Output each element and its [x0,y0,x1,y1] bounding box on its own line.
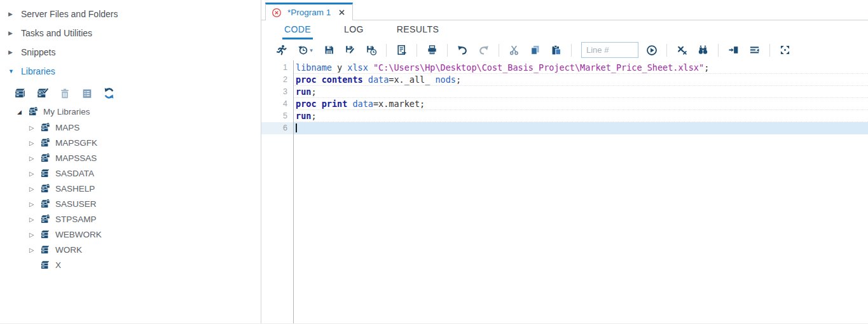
close-icon [338,8,346,17]
library-item-work[interactable]: ▷WORK [0,242,261,257]
save-history-button[interactable] [363,42,379,58]
save-as-button[interactable] [342,42,358,58]
libraries-toolbar [0,86,261,101]
maximize-view-button[interactable] [777,42,793,58]
tab-results[interactable]: RESULTS [395,20,441,39]
copy-button[interactable] [527,42,543,58]
code-line-2[interactable]: 2proc contents data=x._all_ nods; [261,74,868,86]
assign-library-icon [36,87,48,99]
library-locked-icon [40,122,51,133]
toolbar-separator [769,44,770,57]
library-name: SASUSER [55,199,97,209]
library-item-x[interactable]: X [0,257,261,272]
code-line-3[interactable]: 3run; [261,86,868,98]
expand-arrow-icon[interactable]: ▷ [29,155,36,162]
submission-history-button[interactable]: ▾ [294,42,316,58]
cut-button[interactable] [506,42,522,58]
redo-icon [478,45,489,55]
find-replace-button[interactable] [695,42,711,58]
library-locked-icon [40,153,51,164]
print-button[interactable] [424,42,440,58]
library-name: WORK [55,245,82,255]
text-cursor [296,123,297,132]
expand-arrow-icon[interactable]: ▷ [29,124,36,131]
close-circle-red-icon[interactable] [272,8,282,18]
sidebar-item-label: Tasks and Utilities [21,28,92,38]
line-number: 4 [261,98,293,110]
library-item-mapsgfk[interactable]: ▷MAPSGFK [0,135,261,150]
line-number-input[interactable] [581,42,638,58]
library-item-webwork[interactable]: ▷WEBWORK [0,227,261,242]
printer-icon [427,45,437,55]
library-item-mapssas[interactable]: ▷MAPSSAS [0,150,261,166]
libraries-tree: ◢ My Libraries ▷MAPS▷MAPSGFK▷MAPSSAS▷SAS… [0,104,261,272]
tab-code[interactable]: CODE [282,20,313,39]
code-line-1[interactable]: 1libname y xlsx "C:\Users\Hp\Desktop\Cos… [261,62,868,74]
new-library-button[interactable] [13,86,27,101]
library-properties-button[interactable] [79,86,94,101]
code-line-6[interactable]: 6 [261,122,868,134]
sas-studio-app: ▶ Server Files and Folders ▶ Tasks and U… [0,0,868,324]
tab-log[interactable]: LOG [342,20,366,39]
chevron-right-icon: ▶ [8,30,14,36]
run-icon [276,45,287,55]
undo-button[interactable] [455,42,471,58]
goto-line-button[interactable] [644,42,659,58]
save-button[interactable] [321,42,337,58]
clear-code-button[interactable] [674,42,690,58]
save-as-icon [345,45,355,55]
sidebar-item-snippets[interactable]: ▶ Snippets [0,43,261,62]
library-item-maps[interactable]: ▷MAPS [0,120,261,135]
line-number: 2 [261,74,293,86]
sidebar-item-label: Libraries [21,66,55,76]
program-tab[interactable]: *Program 1 [265,3,353,20]
run-button[interactable] [273,42,289,58]
expand-arrow-icon[interactable]: ▷ [29,170,36,177]
format-code-button[interactable] [747,42,762,58]
library-icon [40,260,51,271]
expand-arrow-icon[interactable]: ▷ [29,216,36,223]
expand-arrow-icon[interactable]: ▷ [29,185,36,192]
submit-code-button[interactable] [394,42,410,58]
library-name: X [55,260,61,270]
code-line-4[interactable]: 4proc print data=x.market; [261,98,868,110]
code-editor[interactable]: 1libname y xlsx "C:\Users\Hp\Desktop\Cos… [261,60,868,323]
library-item-stpsamp[interactable]: ▷STPSAMP [0,211,261,227]
toolbar-separator [571,44,572,57]
refresh-libraries-button[interactable] [102,86,116,101]
my-libraries-root[interactable]: ◢ My Libraries [0,104,261,120]
expand-arrow-icon[interactable]: ▷ [29,246,36,253]
expand-arrow-icon[interactable]: ▷ [29,201,36,208]
sidebar-item-tasks-utilities[interactable]: ▶ Tasks and Utilities [0,24,261,43]
indent-code-button[interactable] [726,42,741,58]
library-icon [40,168,51,179]
collapse-arrow-icon[interactable]: ◢ [17,109,24,115]
library-item-sashelp[interactable]: ▷SASHELP [0,181,261,196]
toolbar-separator [499,44,499,57]
library-item-sasuser[interactable]: ▷SASUSER [0,196,261,211]
redo-button[interactable] [476,42,492,58]
sidebar-item-server-files[interactable]: ▶ Server Files and Folders [0,4,261,24]
chevron-right-icon: ▶ [8,11,14,17]
expand-arrow-icon[interactable]: ▷ [29,139,36,146]
new-library-icon [14,87,26,99]
library-item-sasdata[interactable]: ▷SASDATA [0,166,261,181]
document-submit-icon [396,45,407,55]
goto-line-icon [646,45,658,56]
toolbar-separator [666,44,667,57]
library-locked-icon [40,183,51,194]
work-area: *Program 1 CODE LOG RESULTS ▾ [261,0,868,323]
library-name: WEBWORK [55,230,102,239]
paste-button[interactable] [548,42,564,58]
expand-arrow-icon[interactable]: ▷ [29,231,36,238]
code-line-text: proc contents data=x._all_ nods; [293,74,868,86]
code-line-5[interactable]: 5run; [261,110,868,122]
assign-library-button[interactable] [35,86,50,101]
history-clock-icon [298,45,308,55]
delete-library-button[interactable] [57,86,72,101]
sidebar-item-libraries[interactable]: ▼ Libraries [0,62,261,81]
save-icon [324,45,334,55]
paste-icon [551,45,561,55]
code-line-text [293,122,868,134]
close-tab-button[interactable] [338,8,346,17]
